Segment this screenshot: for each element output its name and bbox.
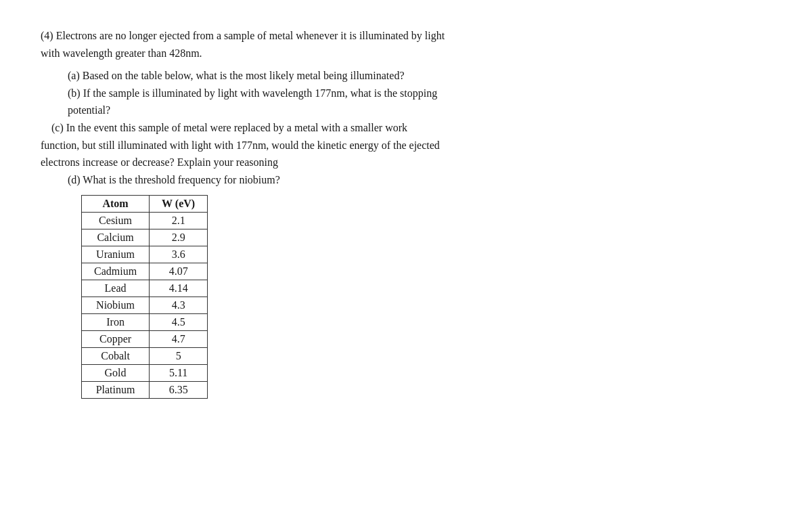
work-function-cell: 4.3 xyxy=(150,297,208,314)
part-d: (d) What is the threshold frequency for … xyxy=(68,171,568,189)
atom-cell: Niobium xyxy=(82,297,150,314)
atom-cell: Uranium xyxy=(82,246,150,263)
atom-cell: Gold xyxy=(82,365,150,382)
work-function-cell: 4.7 xyxy=(150,331,208,348)
column-header-work-function: W (eV) xyxy=(150,196,208,213)
part-a: (a) Based on the table below, what is th… xyxy=(68,67,568,85)
table-row: Lead4.14 xyxy=(82,280,208,297)
work-function-cell: 5 xyxy=(150,348,208,365)
table-row: Iron4.5 xyxy=(82,314,208,331)
part-b: (b) If the sample is illuminated by ligh… xyxy=(68,85,568,119)
part-c: (c) In the event this sample of metal we… xyxy=(41,119,568,171)
atom-cell: Lead xyxy=(82,280,150,297)
problem-intro: (4) Electrons are no longer ejected from… xyxy=(41,27,568,62)
atom-cell: Copper xyxy=(82,331,150,348)
work-function-table: Atom W (eV) Cesium2.1Calcium2.9Uranium3.… xyxy=(81,195,208,399)
atom-cell: Iron xyxy=(82,314,150,331)
column-header-atom: Atom xyxy=(82,196,150,213)
table-row: Gold5.11 xyxy=(82,365,208,382)
work-function-cell: 3.6 xyxy=(150,246,208,263)
atom-cell: Cobalt xyxy=(82,348,150,365)
work-function-cell: 4.14 xyxy=(150,280,208,297)
work-function-cell: 2.9 xyxy=(150,229,208,246)
table-row: Cadmium4.07 xyxy=(82,263,208,280)
table-row: Platinum6.35 xyxy=(82,382,208,399)
table-row: Calcium2.9 xyxy=(82,229,208,246)
table-row: Cobalt5 xyxy=(82,348,208,365)
page-container: (4) Electrons are no longer ejected from… xyxy=(0,0,609,426)
table-row: Niobium4.3 xyxy=(82,297,208,314)
atom-cell: Platinum xyxy=(82,382,150,399)
atom-cell: Cadmium xyxy=(82,263,150,280)
intro-line1: (4) Electrons are no longer ejected from… xyxy=(41,30,445,41)
table-header-row: Atom W (eV) xyxy=(82,196,208,213)
work-function-cell: 2.1 xyxy=(150,213,208,229)
intro-line2: with wavelength greater than 428nm. xyxy=(41,47,202,59)
table-row: Copper4.7 xyxy=(82,331,208,348)
work-function-cell: 6.35 xyxy=(150,382,208,399)
table-row: Uranium3.6 xyxy=(82,246,208,263)
work-function-table-container: Atom W (eV) Cesium2.1Calcium2.9Uranium3.… xyxy=(81,195,568,399)
atom-cell: Calcium xyxy=(82,229,150,246)
work-function-cell: 4.5 xyxy=(150,314,208,331)
atom-cell: Cesium xyxy=(82,213,150,229)
work-function-cell: 4.07 xyxy=(150,263,208,280)
table-row: Cesium2.1 xyxy=(82,213,208,229)
work-function-cell: 5.11 xyxy=(150,365,208,382)
